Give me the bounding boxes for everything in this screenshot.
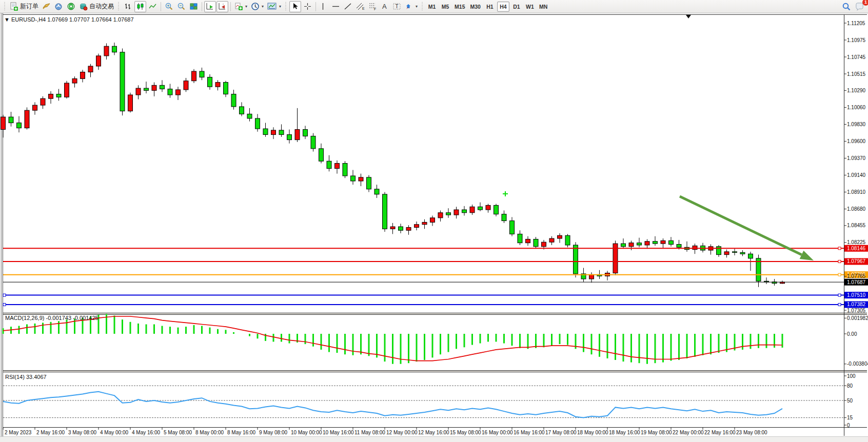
price-badge-label: 1.07510 — [847, 292, 866, 298]
timeframe-d1[interactable]: D1 — [510, 2, 523, 12]
toolbar-grip[interactable] — [421, 2, 424, 11]
price-tick-label: 1.09600 — [847, 138, 866, 144]
rsi-tick-label: 80 — [847, 383, 853, 389]
toolbar-grip[interactable] — [284, 2, 288, 11]
new-order-button[interactable]: 新订单 — [8, 1, 40, 12]
candle — [192, 69, 196, 83]
trendline-icon — [344, 2, 352, 11]
toolbar-grip[interactable] — [3, 2, 7, 11]
zoom-in-icon — [165, 2, 173, 11]
candle — [25, 107, 29, 129]
line-handle[interactable] — [838, 273, 841, 276]
price-tick-label: 1.09830 — [847, 122, 866, 127]
text-button[interactable]: A — [379, 1, 390, 12]
trendline-button[interactable] — [342, 1, 354, 12]
text-label-button[interactable]: T — [391, 1, 403, 12]
line-handle[interactable] — [838, 260, 841, 263]
rsi-tick-label: 0 — [847, 423, 850, 428]
rsi-tick-label: 100 — [847, 373, 856, 379]
mt4-terminal: { "toolbar": { "new_order": "新订单", "auto… — [0, 0, 868, 442]
text-icon: A — [381, 2, 388, 11]
autotrading-icon — [79, 2, 88, 11]
time-tick-label: 10 May 16:00 — [323, 430, 354, 435]
line-handle[interactable] — [3, 303, 6, 306]
vertical-line-button[interactable] — [318, 1, 329, 12]
timeframe-m1[interactable]: M1 — [426, 2, 438, 12]
time-tick-label: 5 May 08:00 — [164, 430, 192, 435]
price-tick-label: 1.10060 — [847, 105, 866, 110]
candle — [613, 240, 618, 275]
rsi-label: RSI(14) 33.4067 — [5, 374, 47, 380]
arrows-dropdown-button[interactable]: ▾ — [403, 1, 419, 12]
candle — [383, 192, 387, 232]
chart-header: EURUSD-,H4 1.07669 1.07707 1.07664 1.076… — [11, 16, 134, 23]
price-tick-label: 1.10745 — [847, 54, 866, 60]
price-tick-label: 1.09140 — [847, 172, 866, 178]
zoom-in-button[interactable] — [163, 1, 175, 12]
chart-background — [0, 13, 868, 442]
line-handle[interactable] — [838, 294, 841, 296]
price-tick-label: 1.10515 — [847, 71, 866, 77]
fibonacci-button[interactable]: F — [367, 1, 379, 12]
svg-text:E: E — [362, 7, 365, 10]
chart-profiles-button[interactable] — [41, 1, 52, 12]
horizontal-line-button[interactable] — [330, 1, 342, 12]
one-click-trading-toggle[interactable]: ▼ — [4, 16, 10, 23]
timeframe-h1[interactable]: H1 — [484, 2, 496, 12]
time-tick-label: 22 May 16:00 — [704, 430, 736, 435]
indicators-dropdown-button[interactable]: ▾ — [233, 1, 249, 12]
template-icon — [267, 2, 277, 11]
rsi-tick-label: 50 — [847, 398, 853, 404]
timeframe-h4[interactable]: H4 — [497, 2, 509, 12]
time-tick-label: 16 May 00:00 — [482, 430, 513, 435]
timeframe-m30[interactable]: M30 — [468, 2, 483, 12]
templates-dropdown-button[interactable]: ▾ — [266, 1, 283, 12]
time-tick-label: 18 May 00:00 — [577, 430, 608, 435]
line-chart-button[interactable] — [147, 1, 159, 12]
svg-text:F: F — [374, 7, 376, 11]
price-badge-label: 1.08146 — [847, 246, 866, 251]
price-tick-label: 1.08225 — [847, 239, 866, 245]
new-order-icon — [10, 2, 18, 11]
price-tick-label: 1.08680 — [847, 206, 866, 212]
vertical-line-icon — [320, 2, 326, 11]
time-tick-label: 17 May 08:00 — [545, 430, 577, 435]
equidistant-channel-button[interactable]: E — [354, 1, 366, 12]
chart-shift-button[interactable] — [216, 1, 228, 12]
zoom-out-button[interactable] — [175, 1, 187, 12]
line-handle[interactable] — [838, 303, 841, 306]
text-label-icon: T — [392, 2, 401, 11]
bar-chart-button[interactable] — [122, 1, 134, 12]
timeframe-mn[interactable]: MN — [537, 2, 549, 12]
time-tick-label: 18 May 16:00 — [609, 430, 640, 435]
auto-scroll-button[interactable] — [204, 1, 216, 12]
dropdown-caret: ▾ — [262, 4, 264, 9]
cursor-button[interactable] — [289, 1, 301, 12]
price-tick-label: 1.09370 — [847, 155, 866, 161]
timeframe-m5[interactable]: M5 — [439, 2, 451, 12]
price-tick-label: 1.07305 — [847, 308, 866, 313]
notifications-button[interactable]: 1 — [853, 1, 866, 12]
clock-icon — [251, 2, 260, 11]
time-tick-label: 11 May 08:00 — [354, 430, 385, 435]
fibonacci-icon: F — [368, 2, 377, 11]
crosshair-button[interactable] — [302, 1, 313, 12]
line-handle[interactable] — [838, 247, 841, 250]
timeframe-w1[interactable]: W1 — [524, 2, 536, 12]
autotrading-button[interactable]: 自动交易 — [77, 1, 115, 12]
svg-text:A: A — [382, 3, 387, 10]
candlestick-chart-icon — [136, 2, 145, 11]
market-watch-button[interactable] — [53, 1, 65, 12]
periods-dropdown-button[interactable]: ▾ — [249, 1, 265, 12]
toolbar-grip[interactable] — [117, 2, 121, 11]
chart-window: 1.081461.079671.077881.076871.075101.073… — [0, 13, 868, 442]
timeframe-m15[interactable]: M15 — [452, 2, 467, 12]
search-button[interactable] — [840, 1, 853, 12]
price-tick-label: 1.11205 — [847, 21, 865, 26]
time-tick-label: 22 May 00:00 — [673, 430, 704, 435]
candlestick-chart-button[interactable] — [134, 1, 146, 12]
signals-button[interactable] — [65, 1, 77, 12]
tile-windows-button[interactable] — [188, 1, 200, 12]
line-handle[interactable] — [3, 294, 6, 296]
time-tick-label: 3 May 08:00 — [68, 430, 96, 435]
